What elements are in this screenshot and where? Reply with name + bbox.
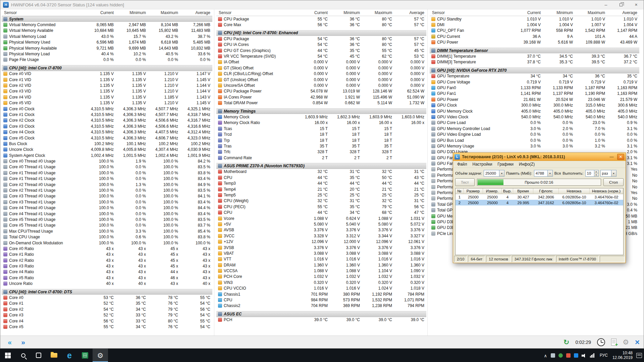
menu-settings[interactable]: Настройки (470, 161, 495, 167)
sensor-row[interactable]: Motherboard32 °C31 °C32 °C31 °C (216, 169, 426, 175)
sensor-row[interactable]: Core #5 Clock4,310.5 MHz4,306.3 MHz4,606… (2, 135, 212, 141)
sensor-row[interactable]: +5V5.080 V5.040 V5.080 V5.072 V (216, 221, 426, 227)
section-header-row[interactable]: DIMM Temperature Sensor (430, 48, 639, 53)
sensor-row[interactable]: Trfc328 T328 T328 T (216, 149, 426, 155)
sensor-row[interactable]: Core #254 °C34 °C79 °C56 °C (2, 306, 212, 312)
task-size-combobox[interactable]: 25000▼ (484, 170, 504, 177)
sensor-row[interactable]: CPU GT Cores (Graphics)44 °C35 °C55 °C45… (216, 48, 426, 53)
nav-forward-button[interactable]: » (18, 338, 29, 347)
sensor-row[interactable]: CPU (PECI)55 °C35 °C79 °C56 °C (216, 204, 426, 209)
column-header-average[interactable]: Average (605, 10, 637, 15)
sensor-row[interactable]: Core #352 °C33 °C79 °C54 °C (2, 312, 212, 318)
sensor-row[interactable]: Core #1 VID1.135 V1.135 V1.210 V1.145 V (2, 77, 212, 82)
section-header-row[interactable]: CPU [#0]: Intel Core i7-8700: Enhanced (216, 30, 426, 36)
tray-hwinfo-icon[interactable] (574, 353, 578, 358)
sensor-row[interactable]: Core #2 Ratio43 x43 x45 x43 x (2, 257, 212, 263)
sensor-row[interactable]: GPU Memory Usage3.0 %3.0 %3.2 %3.1 % (430, 143, 639, 149)
nav-back-button[interactable]: « (4, 338, 15, 347)
column-header-sensor[interactable]: Sensor (218, 10, 296, 15)
results-column-header[interactable]: Выр. (502, 188, 513, 194)
start-button[interactable] (0, 349, 15, 362)
sensor-row[interactable]: CPU984 RPM573 RPM1,532 RPM1,071 RPM (216, 297, 426, 303)
memory-combobox[interactable]: 4788▼ (534, 170, 553, 177)
logging-icon[interactable] (611, 339, 616, 346)
column-header-maximum[interactable]: Maximum (360, 10, 392, 15)
sensor-row[interactable]: Core #1 Ratio43 x43 x45 x43 x (2, 252, 212, 257)
sensor-row[interactable]: Core #4 Thread #0 Usage100.0 %0.0 %100.0… (2, 205, 212, 211)
column-header-current[interactable]: Current (82, 10, 114, 15)
results-column-header[interactable]: Гфлопс (533, 188, 559, 194)
sensor-row[interactable]: GPU Bus Load0.0 %0.0 %1.0 %0.0 % (430, 137, 639, 143)
sensor-row[interactable]: Memory Clock1,603.9 MHz1,602.3 MHz1,603.… (216, 114, 426, 120)
sensor-row[interactable]: Core #2 VID1.135 V1.135 V1.210 V1.144 V (2, 82, 212, 88)
sensor-row[interactable]: Tcas15 T15 T15 T (216, 126, 426, 131)
sensor-row[interactable]: Virtual Memory Available10,684 MB10,645 … (2, 28, 212, 34)
sensor-row[interactable]: GPU Power21.681 W20.524 W23.046 W21.579 … (430, 97, 639, 102)
sensor-row[interactable]: GPU Video Clock540.0 MHz540.0 MHz540.0 M… (430, 114, 639, 120)
sensor-row[interactable]: Core Max56 °C36 °C80 °C57 °C (216, 22, 426, 27)
sensor-row[interactable]: DMI1.004 V1.004 V1.007 V1.004 V (430, 22, 639, 27)
column-header-current[interactable]: Current (508, 10, 541, 15)
column-header-average[interactable]: Average (178, 10, 210, 15)
sensor-row[interactable]: Page File Usage0.0 %0.0 %0.0 %0.0 % (2, 57, 212, 63)
sensor-row[interactable]: Core #0 VID1.135 V1.135 V1.210 V1.147 V (2, 71, 212, 77)
sensor-row[interactable]: Total DRAM Power0.854 W0.662 W5.114 W1.7… (216, 100, 426, 106)
stop-button[interactable]: Стоп (603, 178, 624, 186)
sensor-row[interactable]: Core #3 Thread #1 Usage100.0 %0.0 %100.0… (2, 199, 212, 205)
column-header-maximum[interactable]: Maximum (573, 10, 605, 15)
column-header-minimum[interactable]: Minimum (541, 10, 573, 15)
sensor-row[interactable]: CPU IA Cores54 °C36 °C80 °C57 °C (216, 42, 426, 48)
column-header-sensor[interactable]: Sensor (3, 10, 82, 15)
volume-icon[interactable] (582, 353, 587, 358)
sensor-row[interactable]: Temp344 °C44 °C44 °C44 °C (216, 181, 426, 186)
menu-info[interactable]: Инфо(Z) (516, 161, 537, 167)
tray-app-grid-icon[interactable] (551, 353, 555, 358)
sensor-row[interactable]: Command Rate2 T2 T2 T (216, 155, 426, 161)
test-button[interactable]: Тест (455, 178, 475, 186)
sensor-row[interactable]: Core #5 Ratio43 x43 x46 x43 x (2, 275, 212, 281)
run-count-spinner[interactable]: 10▲▼ (585, 170, 599, 177)
sensor-row[interactable]: PCH39.0 °C39.0 °C39.0 °C39.0 °C (216, 317, 426, 323)
column-header-sensor[interactable]: Sensor (431, 10, 508, 15)
sensor-row[interactable]: Core #3 Thread #0 Usage100.0 %0.0 %100.0… (2, 193, 212, 199)
close-button[interactable]: × (629, 0, 644, 9)
sensor-row[interactable]: DRAM1.360 V1.360 V1.360 V1.360 V (216, 262, 426, 268)
sensor-row[interactable]: Core #4 Clock4,310.5 MHz4,306.3 MHz4,407… (2, 129, 212, 135)
sensor-row[interactable]: Core #4 Ratio43 x43 x44 x43 x (2, 269, 212, 275)
file-explorer-button[interactable] (46, 349, 62, 362)
sensor-row[interactable]: Core #1 Thread #1 Usage100.0 %0.0 %100.0… (2, 176, 212, 182)
column-header-average[interactable]: Average (392, 10, 424, 15)
sensor-row[interactable]: Core #1 Clock4,310.5 MHz4,306.3 MHz4,507… (2, 112, 212, 117)
sensor-row[interactable]: CLR (CBo/LLC/Ring) Offset0.000 V0.000 V0… (216, 71, 426, 77)
sensor-row[interactable]: VBAT3.088 V3.088 V3.088 V3.088 V (216, 250, 426, 256)
sensor-row[interactable]: Physical Memory Load40.4 %10.2 %40.5 %33… (2, 51, 212, 57)
sensor-row[interactable]: Chassis2704 RPM369 RPM1,238 RPM794 RPM (216, 303, 426, 309)
sensor-row[interactable]: CPU44 °C35 °C50 °C43 °C (216, 175, 426, 180)
tray-hwinfo-sensors-icon[interactable] (558, 353, 563, 358)
all-memory-toggle[interactable]: Вся (554, 171, 561, 175)
sensor-row[interactable]: GPU Video Engine Load0.0 %0.0 %0.0 %0.0 … (430, 131, 639, 137)
tray-rtss-icon[interactable] (566, 353, 571, 358)
sensor-row[interactable]: Core #2 Thread #1 Usage100.0 %0.0 %100.0… (2, 187, 212, 193)
sensor-row[interactable]: Core #0 Clock4,310.5 MHz4,306.3 MHz4,507… (2, 106, 212, 112)
sensor-row[interactable]: Bus Clock100.2 MHz100.1 MHz100.2 MHz100.… (2, 141, 212, 146)
sensor-row[interactable]: Core #4 VID1.135 V1.135 V1.185 V1.143 V (2, 94, 212, 100)
sensor-row[interactable]: CPU Package54 °C36 °C80 °C57 °C (216, 36, 426, 42)
results-column-header[interactable]: Невязка (559, 188, 590, 194)
sensor-row[interactable]: CPU44 °C34 °C68 °C47 °C (216, 210, 426, 216)
edge-button[interactable]: e (62, 349, 77, 362)
sensor-row[interactable]: Core #0 Ratio43 x43 x45 x43 x (2, 246, 212, 251)
linx-close-button[interactable]: ✕ (617, 154, 624, 160)
sensor-row[interactable]: IA Offset0.000 V0.000 V0.000 V0.000 V (216, 59, 426, 65)
sensor-row[interactable]: DIMM[1] Temperature37.0 °C34.5 °C39.3 °C… (430, 53, 639, 59)
sensor-row[interactable]: Core #2 Clock4,310.5 MHz4,306.3 MHz4,506… (2, 118, 212, 123)
sensor-row[interactable]: GPU Temperature34 °C34 °C36 °C35 °C (430, 73, 639, 79)
sensor-row[interactable]: 3VSB3.376 V3.376 V3.376 V3.376 V (216, 245, 426, 250)
sensor-row[interactable]: Uncore Ratio40 x40 x43 x40 x (2, 281, 212, 287)
sensor-row[interactable]: GPU Memory Clock405.0 MHz405.0 MHz405.0 … (430, 108, 639, 114)
spreadsheet-app-button[interactable] (77, 349, 93, 362)
sensor-row[interactable]: Virtual Memory Load43.0 %15.7 %43.2 %38.… (2, 34, 212, 39)
sensor-row[interactable]: VIN30.320 V0.320 V0.320 V0.320 V (216, 280, 426, 285)
sensor-row[interactable]: Core #3 Clock4,310.5 MHz4,306.3 MHz4,506… (2, 123, 212, 129)
sensor-row[interactable]: Max CPU/Thread Usage100.0 %3.3 %100.0 %8… (2, 228, 212, 234)
